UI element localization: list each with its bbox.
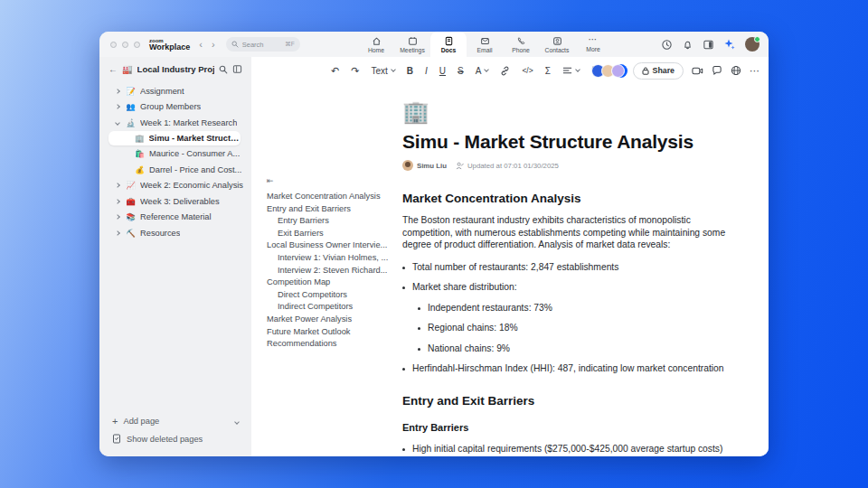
sidebar-item-group-members[interactable]: 👥 Group Members [99, 99, 251, 116]
bullet-item[interactable]: National chains: 9% [418, 343, 730, 353]
show-deleted-label: Show deleted pages [127, 435, 203, 444]
outline-collapse-icon[interactable]: ⇤ [267, 176, 393, 185]
tab-more[interactable]: ⋯ More [575, 32, 611, 57]
window-header: zoom Workplace ‹ › Search ⌘F Home Meetin… [99, 32, 769, 57]
more-options-button[interactable]: ⋯ [750, 65, 760, 77]
outline-item[interactable]: Market Power Analysis [267, 315, 393, 324]
window-controls[interactable] [110, 42, 140, 48]
doc-title[interactable]: Simu - Market Structure Analysis [402, 131, 730, 153]
side-panel-icon[interactable] [703, 39, 714, 51]
chevron-right-icon[interactable] [114, 183, 121, 187]
tab-docs[interactable]: Docs [430, 32, 467, 57]
globe-icon[interactable] [731, 65, 741, 76]
sidebar-item-maurice-doc[interactable]: 🛍️ Maurice - Consumer A... [99, 145, 251, 162]
bold-button[interactable]: B [407, 66, 413, 76]
sidebar-item-week3[interactable]: 🧰 Week 3: Deliverables [99, 193, 251, 210]
chevron-right-icon[interactable] [114, 231, 121, 235]
outline-item[interactable]: Recommendations [267, 340, 393, 348]
search-icon [231, 41, 239, 48]
collapse-sidebar-icon[interactable] [232, 64, 242, 74]
sidebar-item-simu-doc[interactable]: 🏢 Simu - Market Structur... [108, 131, 241, 146]
bullet-item[interactable]: Total number of restaurants: 2,847 estab… [402, 262, 730, 272]
chevron-right-icon[interactable] [114, 200, 121, 203]
tab-phone[interactable]: Phone [503, 32, 539, 57]
outline-item[interactable]: Indirect Competitors [267, 303, 393, 311]
chevron-right-icon[interactable] [114, 105, 121, 108]
nav-back-button[interactable]: ‹ [199, 39, 203, 50]
chevron-right-icon[interactable] [114, 215, 121, 219]
outline-item[interactable]: Entry and Exit Barriers [267, 205, 393, 213]
outline-item[interactable]: Local Business Owner Intervie... [267, 241, 393, 249]
text-style-dropdown[interactable]: Text [371, 66, 394, 76]
sidebar-item-week2[interactable]: 📈 Week 2: Economic Analysis [99, 177, 251, 193]
link-icon[interactable] [500, 66, 510, 76]
minimize-window-button[interactable] [122, 42, 128, 48]
section-heading[interactable]: Entry and Exit Barriers [402, 394, 730, 408]
show-deleted-pages-button[interactable]: Show deleted pages [99, 430, 251, 447]
sidebar-item-darrel-doc[interactable]: 💰 Darrel - Price and Cost... [99, 162, 251, 178]
sidebar-item-resources[interactable]: ⛏️ Resources [99, 225, 251, 241]
outline-item[interactable]: Interview 1: Vivian Holmes, ... [267, 254, 393, 262]
close-window-button[interactable] [110, 42, 117, 48]
share-button[interactable]: Share [633, 62, 684, 80]
zoom-window-button[interactable] [134, 42, 140, 48]
chevron-down-icon[interactable] [114, 121, 121, 125]
italic-button[interactable]: I [425, 66, 428, 76]
user-avatar[interactable] [745, 37, 760, 52]
text-color-dropdown[interactable]: A [476, 66, 489, 76]
formula-button[interactable]: Σ [545, 66, 551, 76]
sidebar-search-icon[interactable] [219, 65, 228, 74]
tab-label: Home [368, 47, 384, 53]
outline-item[interactable]: Interview 2: Steven Richard... [267, 267, 393, 275]
subsection-heading[interactable]: Entry Barriers [402, 422, 730, 433]
back-arrow-icon[interactable]: ← [108, 64, 118, 74]
outline-item[interactable]: Exit Barriers [267, 230, 393, 238]
video-camera-icon[interactable] [692, 66, 703, 76]
collaborator-avatar[interactable] [611, 64, 625, 78]
sidebar-item-reference-material[interactable]: 📚 Reference Material [99, 210, 251, 226]
sidebar-item-week1[interactable]: 🔬 Week 1: Market Research [99, 115, 251, 131]
undo-button[interactable]: ↶ [331, 65, 339, 77]
align-dropdown[interactable] [562, 66, 580, 75]
bullet-item[interactable]: High initial capital requirements ($275,… [402, 444, 730, 454]
docs-icon [444, 36, 454, 46]
outline-item[interactable]: Future Market Outlook [267, 328, 393, 336]
tab-email[interactable]: Email [467, 32, 503, 57]
bullet-item[interactable]: Herfindahl-Hirschman Index (HHI): 487, i… [402, 363, 730, 373]
ai-companion-sparkle-icon[interactable] [723, 38, 736, 51]
chevron-right-icon[interactable] [114, 89, 121, 93]
notifications-bell-icon[interactable] [682, 39, 693, 51]
pickaxe-icon: ⛏️ [126, 229, 136, 238]
outline-item[interactable]: Direct Competitors [267, 291, 393, 299]
section-heading[interactable]: Market Concentration Analysis [402, 192, 730, 205]
author-name: Simu Liu [417, 162, 447, 170]
shopping-bags-icon: 🛍️ [135, 149, 145, 158]
chat-bubble-icon[interactable] [712, 65, 722, 76]
bullet-text: Regional chains: 18% [428, 323, 518, 333]
tab-contacts[interactable]: Contacts [539, 32, 575, 57]
chevron-down-icon[interactable] [235, 417, 239, 426]
outline-item[interactable]: Entry Barriers [267, 217, 393, 225]
bullet-item[interactable]: Independent restaurants: 73% [418, 303, 730, 313]
project-icon: 🏭 [122, 64, 133, 74]
history-icon[interactable] [661, 39, 673, 51]
redo-button[interactable]: ↷ [351, 65, 359, 77]
search-input[interactable]: Search ⌘F [226, 37, 300, 52]
strikethrough-button[interactable]: S [458, 66, 464, 76]
code-button[interactable]: </> [522, 66, 533, 75]
outline-item[interactable]: Competition Map [267, 278, 393, 286]
add-page-button[interactable]: + Add page [99, 412, 251, 430]
tab-home[interactable]: Home [358, 32, 394, 57]
tab-meetings[interactable]: Meetings [394, 32, 430, 57]
document-body[interactable]: 🏢 Simu - Market Structure Analysis Simu … [402, 84, 730, 456]
collaborator-avatars[interactable] [591, 64, 625, 78]
app-body: ← 🏭 Local Industry Project 📝 Assignment … [99, 57, 769, 456]
sidebar-item-assignment[interactable]: 📝 Assignment [99, 83, 251, 99]
nav-forward-button[interactable]: › [212, 39, 215, 50]
outline-item[interactable]: Market Concentration Analysis [267, 192, 393, 201]
bullet-item[interactable]: Regional chains: 18% [418, 323, 730, 333]
underline-button[interactable]: U [439, 66, 446, 76]
paragraph[interactable]: The Boston restaurant industry exhibits … [402, 214, 730, 251]
bullet-item[interactable]: Market share distribution: [402, 282, 730, 292]
doc-emoji-icon[interactable]: 🏢 [402, 101, 730, 123]
